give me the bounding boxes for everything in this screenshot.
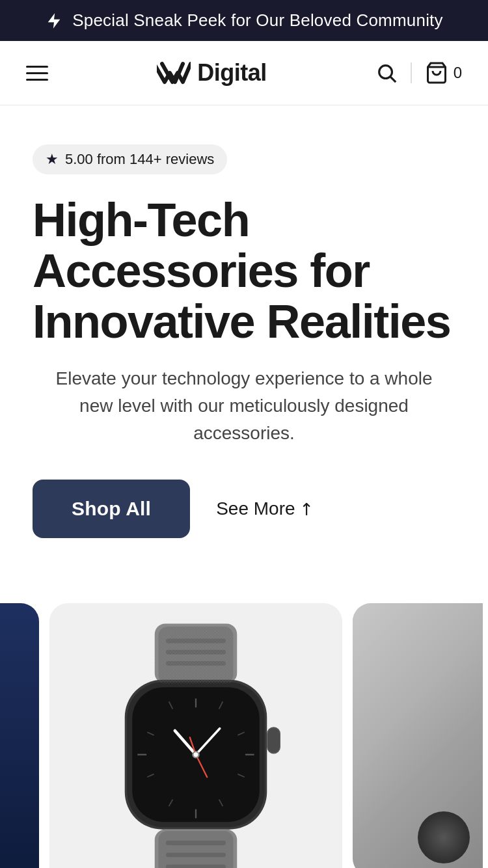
- laptop-surface: [353, 603, 483, 868]
- svg-point-29: [194, 753, 198, 757]
- cart-button[interactable]: 0: [425, 61, 462, 85]
- nav-divider: [411, 62, 412, 83]
- svg-rect-34: [166, 841, 226, 845]
- cart-count: 0: [454, 64, 462, 82]
- search-button[interactable]: [375, 62, 398, 84]
- svg-point-1: [379, 66, 392, 79]
- product-card-watch[interactable]: [49, 603, 342, 868]
- svg-rect-31: [267, 729, 279, 753]
- svg-line-2: [391, 77, 396, 82]
- logo-icon: [157, 60, 191, 86]
- hero-section: ★ 5.00 from 144+ reviews High-Tech Acces…: [0, 105, 488, 603]
- blue-card-background: [0, 603, 39, 868]
- nav-actions: 0: [375, 61, 462, 85]
- see-more-label: See More: [216, 498, 295, 519]
- announcement-text: Special Sneak Peek for Our Beloved Commu…: [72, 10, 443, 31]
- hero-cta: Shop All See More ↗: [33, 480, 455, 538]
- cart-icon: [425, 61, 448, 85]
- svg-rect-39: [155, 624, 237, 684]
- star-icon: ★: [46, 151, 59, 168]
- search-icon: [375, 62, 398, 84]
- shop-all-button[interactable]: Shop All: [33, 480, 190, 538]
- svg-rect-36: [166, 865, 226, 868]
- rating-text: 5.00 from 144+ reviews: [65, 151, 214, 168]
- hero-subtitle: Elevate your technology experience to a …: [33, 365, 455, 447]
- lightning-icon: [45, 12, 63, 30]
- svg-rect-35: [166, 853, 226, 858]
- hero-title: High-Tech Accessories for Innovative Rea…: [33, 195, 455, 347]
- logo-text: Digital: [197, 59, 267, 87]
- rating-badge: ★ 5.00 from 144+ reviews: [33, 144, 227, 174]
- svg-rect-33: [159, 831, 234, 868]
- logo-area[interactable]: Digital: [157, 59, 267, 87]
- svg-marker-0: [48, 13, 61, 28]
- watch-illustration: [79, 616, 313, 868]
- logo-mark: [157, 60, 191, 86]
- hamburger-menu-button[interactable]: [26, 66, 48, 81]
- product-card-right-partial[interactable]: [353, 603, 483, 868]
- product-cards-row: [0, 603, 488, 868]
- navbar: Digital 0: [0, 41, 488, 105]
- product-card-left-partial[interactable]: [0, 603, 39, 868]
- see-more-link[interactable]: See More ↗: [216, 498, 313, 519]
- arrow-icon: ↗: [294, 497, 318, 521]
- announcement-bar: Special Sneak Peek for Our Beloved Commu…: [0, 0, 488, 41]
